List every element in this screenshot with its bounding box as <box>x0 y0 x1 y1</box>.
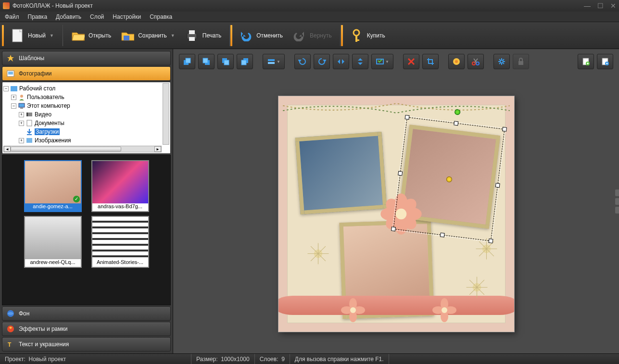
accordion-background[interactable]: Фон <box>2 306 171 321</box>
center-handle[interactable] <box>445 176 452 182</box>
page-settings-button[interactable] <box>597 54 613 69</box>
new-button[interactable]: Новый ▼ <box>7 27 58 44</box>
expand-icon[interactable]: − <box>3 86 9 91</box>
minimize-button[interactable]: — <box>584 2 591 10</box>
tree-row-images[interactable]: + Изображения <box>3 136 169 145</box>
sparkle-decoration <box>305 240 331 267</box>
expand-icon[interactable]: + <box>11 95 16 100</box>
resize-handle[interactable] <box>391 226 395 231</box>
thumbnail-item[interactable]: andrew-neel-QLq... <box>24 216 82 268</box>
resize-handle[interactable] <box>404 114 409 119</box>
resize-handle[interactable] <box>488 238 493 243</box>
settings-button[interactable] <box>493 54 510 69</box>
accordion-text[interactable]: T Текст и украшения <box>2 337 171 351</box>
add-page-button[interactable] <box>578 54 594 69</box>
flower-decoration <box>432 298 456 322</box>
collage-page[interactable] <box>278 96 514 332</box>
expand-icon[interactable]: − <box>11 103 16 109</box>
resize-handle[interactable] <box>495 182 500 187</box>
lock-button[interactable] <box>513 54 529 69</box>
status-project: Проект: Новый проект <box>0 354 191 364</box>
side-tab[interactable] <box>615 198 619 205</box>
tree-row-desktop[interactable]: − Рабочий стол <box>3 84 169 93</box>
save-icon <box>121 29 134 42</box>
side-tab[interactable] <box>615 207 619 213</box>
effects-button[interactable] <box>448 54 465 69</box>
title-bar: ФотоКОЛЛАЖ - Новый проект — ☐ ✕ <box>0 0 619 12</box>
menu-edit[interactable]: Правка <box>28 13 48 20</box>
resize-handle[interactable] <box>440 232 444 237</box>
save-label: Сохранить <box>138 32 167 39</box>
svg-point-79 <box>442 307 447 313</box>
close-button[interactable]: ✕ <box>610 2 616 10</box>
resize-handle[interactable] <box>453 121 458 126</box>
accordion-templates[interactable]: Шаблоны <box>2 51 171 65</box>
scroll-left-icon[interactable]: ◄ <box>4 146 11 152</box>
canvas-workspace[interactable] <box>173 74 619 353</box>
save-button[interactable]: Сохранить ▼ <box>117 27 179 44</box>
right-side-tabs[interactable] <box>615 188 619 215</box>
status-size: Размер: 1000x1000 <box>191 354 255 364</box>
flip-vertical-button[interactable] <box>352 54 368 69</box>
send-backward-button[interactable] <box>217 54 234 69</box>
selection-box[interactable] <box>393 117 505 241</box>
menu-add[interactable]: Добавить <box>56 13 81 20</box>
scroll-thumb[interactable] <box>11 147 121 151</box>
svg-rect-4 <box>189 30 195 34</box>
photo-icon <box>6 69 15 78</box>
folder-icon <box>10 85 18 92</box>
tree-row-user[interactable]: + Пользователь <box>3 93 169 101</box>
undo-button[interactable]: Отменить <box>235 27 287 44</box>
accordion-effects[interactable]: Эффекты и рамки <box>2 322 171 336</box>
scroll-right-icon[interactable]: ► <box>154 146 161 152</box>
flip-horizontal-button[interactable] <box>333 54 349 69</box>
thumbnail-item[interactable]: Animated-Stories-... <box>91 216 149 268</box>
cut-button[interactable] <box>467 54 484 69</box>
new-file-icon <box>11 29 24 42</box>
tree-horizontal-scrollbar[interactable]: ◄ ► <box>3 146 162 152</box>
open-button[interactable]: Открыть <box>67 27 115 44</box>
computer-icon <box>18 102 25 109</box>
expand-icon[interactable]: + <box>19 121 24 126</box>
rotate-right-button[interactable] <box>314 54 330 69</box>
fit-button[interactable]: ▼ <box>371 54 393 69</box>
left-panel: Шаблоны Фотографии − Рабочий стол + Поль… <box>0 49 173 353</box>
redo-button[interactable]: Вернуть <box>289 27 336 44</box>
svg-rect-11 <box>8 72 13 75</box>
expand-icon[interactable]: + <box>19 112 24 117</box>
bring-front-button[interactable] <box>179 54 195 69</box>
accordion-photos[interactable]: Фотографии <box>2 66 171 81</box>
bring-forward-button[interactable] <box>198 54 215 69</box>
thumbnail-item[interactable]: ✓ andie-gomez-a... <box>24 160 82 212</box>
tree-row-video[interactable]: + Видео <box>3 110 169 119</box>
rotate-handle[interactable] <box>454 109 460 115</box>
menu-settings[interactable]: Настройки <box>113 13 141 20</box>
send-back-button[interactable] <box>237 54 253 69</box>
tree-vertical-scrollbar[interactable] <box>163 83 169 145</box>
crop-button[interactable] <box>422 54 439 69</box>
print-button[interactable]: Печать <box>181 27 225 44</box>
svg-rect-32 <box>268 59 275 61</box>
thumbnail-item[interactable]: andras-vas-Bd7g... <box>91 160 149 212</box>
side-tab[interactable] <box>615 189 619 196</box>
globe-icon <box>6 309 15 318</box>
menu-layer[interactable]: Слой <box>90 13 104 20</box>
redo-label: Вернуть <box>310 32 332 39</box>
maximize-button[interactable]: ☐ <box>597 2 604 10</box>
collage-photo-1[interactable] <box>295 131 387 214</box>
expand-icon[interactable]: + <box>19 138 24 143</box>
rotate-left-button[interactable] <box>294 54 311 69</box>
resize-handle[interactable] <box>502 126 506 131</box>
align-button[interactable]: ▼ <box>263 54 285 69</box>
resize-handle[interactable] <box>398 171 403 176</box>
thumbnail-caption: andie-gomez-a... <box>25 203 81 211</box>
menu-help[interactable]: Справка <box>150 13 172 20</box>
tree-row-computer[interactable]: − Этот компьютер <box>3 101 169 110</box>
folder-tree[interactable]: − Рабочий стол + Пользователь − Этот ком… <box>2 82 171 154</box>
tree-row-downloads[interactable]: Загрузки <box>3 127 169 136</box>
buy-button[interactable]: Купить <box>346 27 389 44</box>
menu-file[interactable]: Файл <box>5 13 19 20</box>
svg-marker-9 <box>7 55 14 62</box>
tree-row-documents[interactable]: + Документы <box>3 119 169 127</box>
delete-button[interactable] <box>403 54 419 69</box>
